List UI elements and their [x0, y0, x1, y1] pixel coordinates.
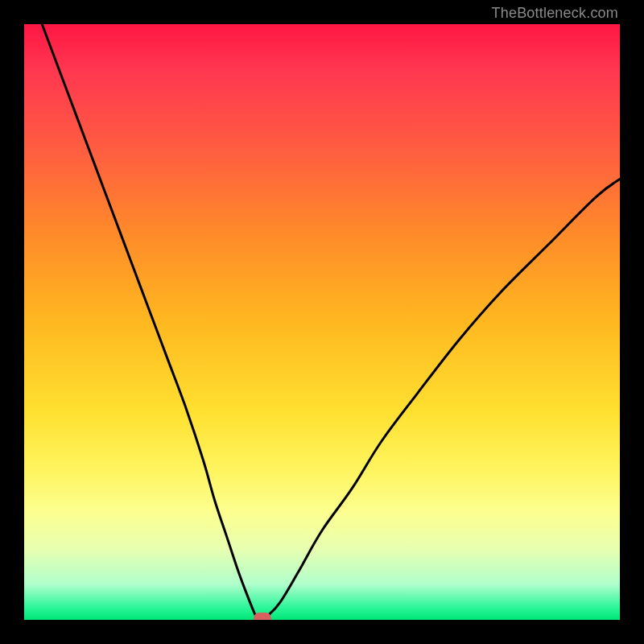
min-marker-icon — [254, 613, 271, 620]
plot-area — [24, 24, 620, 620]
watermark-label: TheBottleneck.com — [492, 5, 618, 22]
curve-layer — [24, 24, 620, 620]
chart-frame: TheBottleneck.com — [0, 0, 644, 644]
bottleneck-curve — [42, 24, 620, 618]
